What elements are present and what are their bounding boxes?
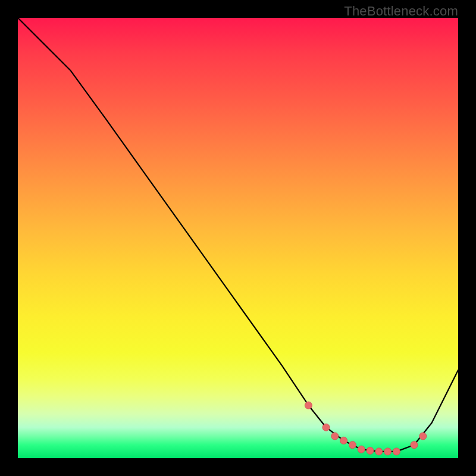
marker-dot	[340, 437, 347, 444]
watermark-text: TheBottleneck.com	[344, 4, 458, 19]
marker-dot	[358, 446, 365, 453]
marker-dot	[419, 433, 427, 440]
marker-dot	[384, 448, 392, 455]
chart-frame: TheBottleneck.com	[0, 0, 476, 476]
marker-dot	[305, 402, 312, 409]
chart-overlay	[18, 18, 458, 458]
marker-dot	[411, 441, 418, 449]
marker-dot	[367, 447, 374, 454]
plot-area	[18, 18, 458, 458]
marker-dot	[331, 433, 339, 440]
marker-dot	[393, 448, 400, 455]
marker-dot	[349, 441, 356, 449]
marker-dot	[322, 424, 330, 431]
curve-line	[18, 18, 458, 452]
marker-dot	[375, 448, 383, 455]
